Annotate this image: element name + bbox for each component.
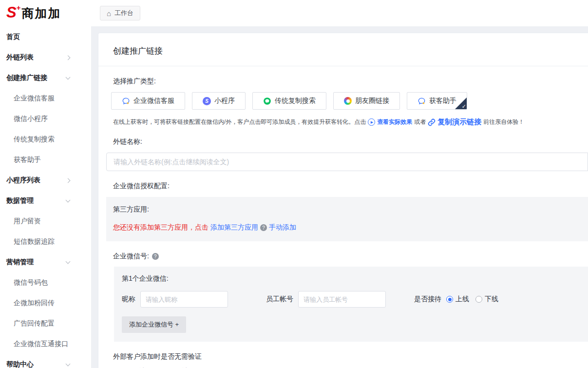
sidebar-item-label: 外链列表 <box>6 53 34 62</box>
sidebar-item-child[interactable]: 广告回传配置 <box>0 313 91 334</box>
wecom-account-panel: 第1个企业微信: 昵称 员工帐号 是否接待 上线下线 添加企业微信号 + <box>114 267 588 342</box>
radio-unselected-icon[interactable] <box>475 296 482 303</box>
acquisition-chat-icon <box>417 97 426 105</box>
third-party-warning-row: 您还没有添加第三方应用，点击 添加第三方应用 ? 手动添加 <box>113 223 578 232</box>
link-name-input[interactable] <box>106 153 588 171</box>
sidebar-item-child[interactable]: 短信数据追踪 <box>0 232 91 252</box>
sidebar-item-child[interactable]: 微信小程序 <box>0 109 91 129</box>
wecom-chat-icon <box>122 97 130 105</box>
sidebar-item-child[interactable]: 传统复制搜索 <box>0 129 91 150</box>
card-header: 创建推广链接 <box>98 33 588 66</box>
promo-type-button[interactable]: 传统复制搜索 <box>252 92 326 110</box>
page-title: 创建推广链接 <box>113 45 573 57</box>
sidebar-item-parent[interactable]: 创建推广链接 <box>0 68 91 88</box>
sidebar-item-parent[interactable]: 营销管理 <box>0 252 91 272</box>
nickname-input[interactable] <box>140 291 228 308</box>
promo-type-label: 获客助手 <box>429 97 456 105</box>
sidebar-item-label: 首页 <box>6 33 20 41</box>
chevron-right-icon <box>66 178 71 183</box>
sidebar-item-parent[interactable]: 数据管理 <box>0 191 91 211</box>
tab-workbench[interactable]: ⌂ 工作台 <box>100 6 140 20</box>
content-area: 创建推广链接 选择推广类型: 企业微信客服S小程序传统复制搜索朋友圈链接获客助手… <box>91 26 588 368</box>
help-icon[interactable]: ? <box>152 253 159 260</box>
sidebar-item-label: 广告回传配置 <box>14 319 55 328</box>
link-name-label: 外链名称: <box>113 137 588 146</box>
sidebar-item-label: 营销管理 <box>6 258 34 267</box>
home-icon: ⌂ <box>107 10 111 17</box>
manual-add-link[interactable]: 手动添加 <box>269 223 296 232</box>
sidebar-item-child[interactable]: 企业微信客服 <box>0 88 91 109</box>
sidebar-item-label: 传统复制搜索 <box>14 135 55 144</box>
sidebar-item-label: 企微加粉回传 <box>14 299 55 308</box>
promo-type-button[interactable]: 朋友圈链接 <box>333 92 400 110</box>
sidebar-item-parent[interactable]: 帮助中心 <box>0 354 91 368</box>
add-wecom-account-button[interactable]: 添加企业微信号 + <box>122 316 186 333</box>
auth-config-label: 企业微信授权配置: <box>113 182 588 191</box>
sidebar: 首页外链列表创建推广链接企业微信客服微信小程序传统复制搜索获客助手小程序列表数据… <box>0 26 91 368</box>
brand-logo[interactable]: S + 商加加 <box>0 4 91 22</box>
radio-selected-icon[interactable] <box>446 296 453 303</box>
verify-label: 外部客户添加时是否无需验证 <box>113 352 588 361</box>
wecom-fields-row: 昵称 员工帐号 是否接待 上线下线 <box>122 291 588 308</box>
promo-type-row: 企业微信客服S小程序传统复制搜索朋友圈链接获客助手✓ <box>111 92 588 110</box>
sidebar-item-parent[interactable]: 小程序列表 <box>0 170 91 191</box>
promo-type-button[interactable]: S小程序 <box>192 92 246 110</box>
promo-type-label: 朋友圈链接 <box>355 97 389 105</box>
view-effect-link[interactable]: 查看实际效果 <box>377 118 412 126</box>
miniprogram-icon: S <box>203 97 211 105</box>
sidebar-item-parent[interactable]: 首页 <box>0 27 91 47</box>
radio-option[interactable]: 下线 <box>475 295 498 304</box>
sidebar-item-child[interactable]: 企业微信互通接口 <box>0 334 91 354</box>
third-party-panel: 第三方应用: 您还没有添加第三方应用，点击 添加第三方应用 ? 手动添加 <box>106 197 588 241</box>
sidebar-item-parent[interactable]: 外链列表 <box>0 47 91 68</box>
card-body: 选择推广类型: 企业微信客服S小程序传统复制搜索朋友圈链接获客助手✓ 在线上获客… <box>98 77 588 368</box>
sidebar-item-label: 微信号码包 <box>14 278 48 287</box>
promo-type-label: 选择推广类型: <box>113 77 588 86</box>
hint-line: 在线上获客时，可将获客链接配置在微信内/外，客户点击即可添加成员，有效提升获客转… <box>113 117 588 127</box>
link-icon <box>428 118 436 126</box>
create-link-card: 创建推广链接 选择推广类型: 企业微信客服S小程序传统复制搜索朋友圈链接获客助手… <box>98 33 588 368</box>
chevron-right-icon <box>66 55 71 60</box>
staff-account-label: 员工帐号 <box>266 295 293 304</box>
copy-demo-link[interactable]: 复制演示链接 <box>437 117 481 127</box>
sidebar-item-label: 帮助中心 <box>6 360 34 368</box>
sidebar-item-label: 微信小程序 <box>14 115 48 123</box>
radio-option[interactable]: 上线 <box>446 295 469 304</box>
chevron-down-icon <box>66 197 71 202</box>
brand-name: 商加加 <box>21 4 61 22</box>
promo-type-label: 企业微信客服 <box>133 97 174 105</box>
promo-type-label: 传统复制搜索 <box>275 97 316 105</box>
sidebar-item-label: 企业微信客服 <box>14 94 55 103</box>
wecom-account-label: 企业微信号: <box>113 252 149 261</box>
sidebar-item-child[interactable]: 用户留资 <box>0 211 91 232</box>
sidebar-item-label: 数据管理 <box>6 196 34 205</box>
hint-text-before: 在线上获客时，可将获客链接配置在微信内/外，客户点击即可添加成员，有效提升获客转… <box>113 118 366 126</box>
checkmark-icon: ✓ <box>462 103 466 110</box>
hint-text-after: 前往亲自体验！ <box>483 118 524 126</box>
sidebar-item-label: 企业微信互通接口 <box>14 340 68 349</box>
brand-logo-letter: S <box>6 4 17 21</box>
radio-option-label: 上线 <box>455 295 469 304</box>
add-third-party-link[interactable]: 添加第三方应用 <box>210 223 258 232</box>
sidebar-item-child[interactable]: 获客助手 <box>0 150 91 170</box>
main-layout: 首页外链列表创建推广链接企业微信客服微信小程序传统复制搜索获客助手小程序列表数据… <box>0 26 588 368</box>
sidebar-item-child[interactable]: 企微加粉回传 <box>0 293 91 313</box>
brand-logo-plus: + <box>17 4 21 11</box>
promo-type-label: 小程序 <box>214 97 235 105</box>
sidebar-item-label: 获客助手 <box>14 155 41 164</box>
staff-account-input[interactable] <box>298 291 386 308</box>
sidebar-item-label: 小程序列表 <box>6 176 40 185</box>
help-icon[interactable]: ? <box>260 224 267 231</box>
reception-label: 是否接待 <box>414 295 441 304</box>
promo-type-button[interactable]: 企业微信客服 <box>111 92 185 110</box>
sidebar-item-label: 短信数据追踪 <box>14 237 55 246</box>
play-icon[interactable]: ▶ <box>368 118 375 126</box>
sidebar-item-label: 用户留资 <box>14 217 41 226</box>
radio-option-label: 下线 <box>485 295 498 304</box>
chevron-down-icon <box>66 75 71 79</box>
nickname-label: 昵称 <box>122 295 135 304</box>
sidebar-item-child[interactable]: 微信号码包 <box>0 272 91 293</box>
promo-type-button[interactable]: 获客助手✓ <box>407 92 467 110</box>
wecom-group-title: 第1个企业微信: <box>122 274 588 283</box>
topbar: S + 商加加 ⌂ 工作台 <box>0 0 588 26</box>
